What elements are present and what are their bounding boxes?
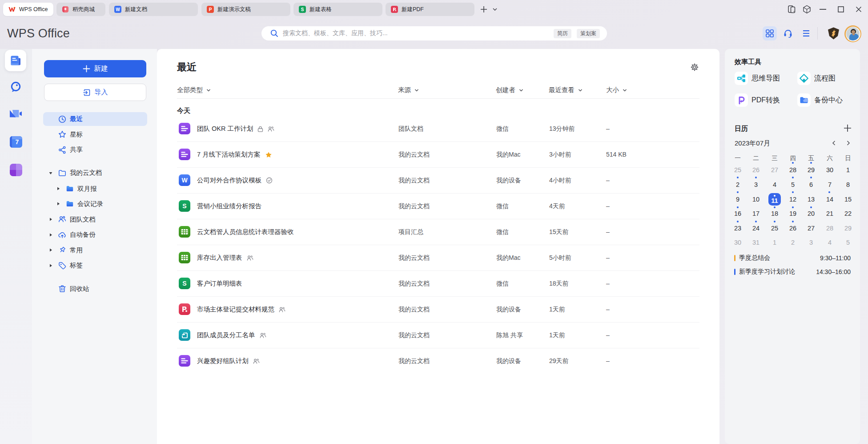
svg-text:S: S xyxy=(301,7,304,12)
svg-text:S: S xyxy=(182,280,186,287)
svg-text:P: P xyxy=(209,7,212,12)
svg-text:W: W xyxy=(116,7,120,12)
svg-text:S: S xyxy=(182,202,186,210)
svg-text:W: W xyxy=(181,177,188,184)
